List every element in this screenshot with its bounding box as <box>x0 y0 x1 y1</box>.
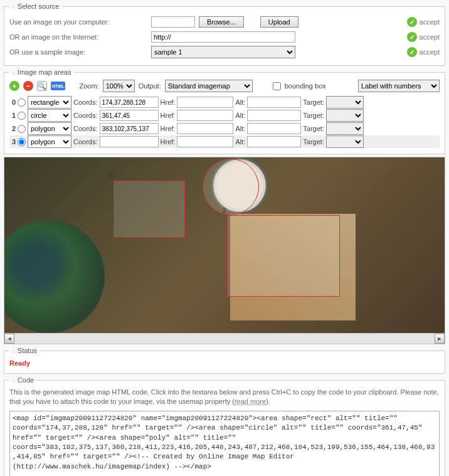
sample-select[interactable]: sample 1 <box>151 46 295 58</box>
coords-label: Coords: <box>73 125 98 132</box>
target-select[interactable] <box>326 122 364 135</box>
check-icon: ✓ <box>407 47 417 57</box>
coords-input[interactable] <box>100 110 159 121</box>
area-row: 2polygonCoords:Href:Alt:Target: <box>9 122 440 135</box>
upload-button[interactable]: Upload <box>260 16 298 28</box>
code-textarea[interactable] <box>9 411 440 476</box>
coords-label: Coords: <box>73 112 98 119</box>
add-area-icon[interactable]: + <box>9 81 19 91</box>
browse-button[interactable]: Browse... <box>199 16 244 28</box>
target-label: Target: <box>303 138 324 145</box>
href-input[interactable] <box>177 123 233 134</box>
delete-area-icon[interactable]: − <box>23 81 33 91</box>
code-description: This is the generated image map HTML cod… <box>9 388 440 407</box>
href-label: Href: <box>161 112 176 119</box>
accept-internet[interactable]: ✓accept <box>407 32 440 42</box>
scroll-left-button[interactable]: ◄ <box>4 334 14 344</box>
overlay-label: 0 <box>109 172 113 179</box>
html-icon[interactable]: HTML <box>51 82 65 90</box>
coords-label: Coords: <box>73 138 98 145</box>
sample-label: OR use a sample image: <box>9 48 147 56</box>
alt-input[interactable] <box>247 123 301 134</box>
accept-sample[interactable]: ✓accept <box>407 47 440 57</box>
target-select[interactable] <box>326 109 364 122</box>
scroll-right-button[interactable]: ► <box>435 334 445 344</box>
alt-input[interactable] <box>247 136 301 147</box>
output-label: Output: <box>139 82 161 90</box>
area-index: 0 <box>9 98 16 106</box>
alt-input[interactable] <box>247 97 301 108</box>
shape-select[interactable]: polygon <box>28 135 71 148</box>
alt-label: Alt: <box>235 98 245 106</box>
image-canvas[interactable]: 012 <box>4 157 445 333</box>
shape-select[interactable]: circle <box>28 109 71 122</box>
url-input[interactable] <box>151 31 295 43</box>
alt-label: Alt: <box>235 112 245 119</box>
target-label: Target: <box>303 112 324 119</box>
area-overlay-rect[interactable]: 0 <box>114 181 185 238</box>
zoom-label: Zoom: <box>79 82 98 90</box>
shape-select[interactable]: rectangle <box>28 96 71 108</box>
file-input[interactable] <box>151 16 195 28</box>
area-radio[interactable] <box>18 138 26 146</box>
image-map-areas-panel: Image map areas + − 🔍 HTML Zoom: 100% Ou… <box>4 68 445 154</box>
alt-input[interactable] <box>247 110 301 121</box>
area-row: 3polygonCoords:Href:Alt:Target: <box>9 135 440 148</box>
status-panel: Status Ready <box>4 347 445 374</box>
label-with-select[interactable]: Label with numbers <box>358 80 440 92</box>
read-more-link[interactable]: read more <box>235 398 266 405</box>
area-row: 0rectangleCoords:Href:Alt:Target: <box>9 96 440 108</box>
code-panel: Code This is the generated image map HTM… <box>4 376 445 476</box>
areas-legend: Image map areas <box>9 68 73 76</box>
accept-computer[interactable]: ✓accept <box>407 17 440 27</box>
zoom-select[interactable]: 100% <box>103 80 135 92</box>
target-select[interactable] <box>326 96 364 108</box>
bbox-label: bounding box <box>285 82 326 90</box>
horizontal-scrollbar: ◄ ► <box>4 333 445 344</box>
href-label: Href: <box>161 138 176 145</box>
area-index: 2 <box>9 125 16 132</box>
shape-select[interactable]: polygon <box>28 122 71 135</box>
coords-label: Coords: <box>73 98 98 106</box>
select-source-panel: Select source Use an image on your compu… <box>4 3 445 66</box>
sample-image-decoration <box>4 220 105 333</box>
href-label: Href: <box>161 125 176 132</box>
area-radio[interactable] <box>18 125 26 133</box>
href-input[interactable] <box>177 136 233 147</box>
check-icon: ✓ <box>407 32 417 42</box>
target-select[interactable] <box>326 135 364 148</box>
coords-input[interactable] <box>100 136 159 147</box>
coords-input[interactable] <box>100 97 159 108</box>
image-canvas-container: 012 ◄ ► <box>4 157 445 344</box>
internet-label: OR an image on the Internet: <box>9 33 147 41</box>
magnifier-icon[interactable]: 🔍 <box>37 81 47 91</box>
code-legend: Code <box>9 376 36 384</box>
alt-label: Alt: <box>235 138 245 145</box>
area-radio[interactable] <box>18 98 26 107</box>
overlay-label: 1 <box>198 157 202 157</box>
target-label: Target: <box>303 125 324 132</box>
check-icon: ✓ <box>407 17 417 27</box>
status-legend: Status <box>9 347 40 354</box>
bounding-box-checkbox[interactable] <box>273 82 281 90</box>
target-label: Target: <box>303 98 324 106</box>
output-select[interactable]: Standard imagemap <box>165 80 253 92</box>
select-source-legend: Select source <box>9 3 62 10</box>
overlay-label: 2 <box>223 207 226 214</box>
computer-label: Use an image on your computer: <box>9 18 147 26</box>
area-index: 1 <box>9 112 16 119</box>
href-input[interactable] <box>177 110 233 121</box>
href-label: Href: <box>161 98 176 106</box>
href-input[interactable] <box>177 97 233 108</box>
area-radio[interactable] <box>18 112 26 120</box>
area-overlay-circle[interactable]: 1 <box>203 159 259 215</box>
status-text: Ready <box>9 358 440 368</box>
area-row: 1circleCoords:Href:Alt:Target: <box>9 109 440 122</box>
area-overlay-poly[interactable]: 2 <box>227 215 340 297</box>
alt-label: Alt: <box>235 125 245 132</box>
coords-input[interactable] <box>100 123 159 134</box>
area-index: 3 <box>9 138 16 145</box>
